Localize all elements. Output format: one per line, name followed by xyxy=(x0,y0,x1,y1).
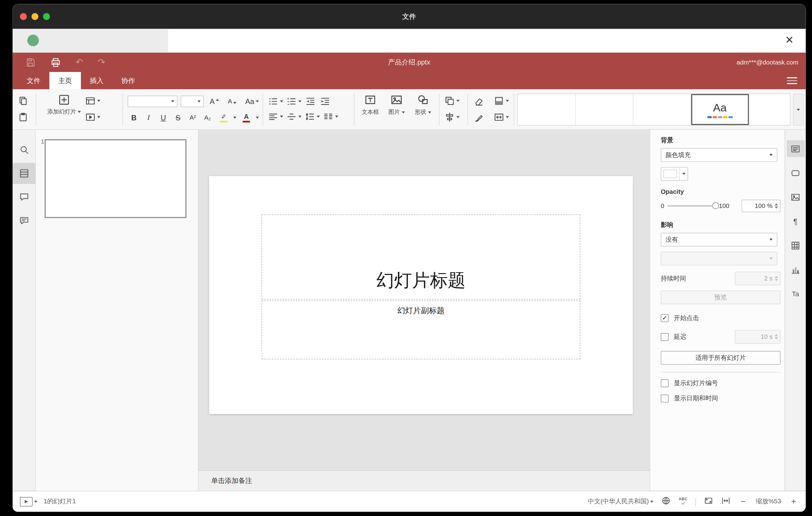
theme-gallery-more-button[interactable] xyxy=(793,93,804,125)
language-selector[interactable]: 中文(中华人民共和国) xyxy=(588,497,654,506)
numbered-list-button[interactable] xyxy=(286,96,301,107)
tab-insert[interactable]: 插入 xyxy=(81,72,112,89)
align-shapes-button[interactable] xyxy=(444,112,459,122)
slide-counter: 1的幻灯片1 xyxy=(44,497,76,506)
slide-settings-button[interactable] xyxy=(786,140,804,157)
apply-to-all-slides-button[interactable]: 适用于所有幻灯片 xyxy=(661,351,781,365)
chat-panel-button[interactable] xyxy=(13,210,36,231)
opacity-slider-knob[interactable] xyxy=(712,202,719,209)
preview-button[interactable]: 预览 xyxy=(661,290,781,304)
delay-input[interactable]: 10 s xyxy=(735,330,781,343)
search-panel-button[interactable] xyxy=(13,139,36,160)
save-icon[interactable] xyxy=(25,57,36,67)
chevron-down-icon xyxy=(650,500,654,503)
zoom-in-button[interactable]: + xyxy=(789,497,799,507)
start-slideshow-button[interactable]: ▶ xyxy=(20,497,37,507)
image-settings-button[interactable] xyxy=(786,189,804,205)
background-fill-select[interactable]: 颜色填充 xyxy=(661,148,778,162)
change-case-button[interactable]: Aa xyxy=(243,95,262,108)
show-date-time-checkbox[interactable] xyxy=(661,395,669,403)
subscript-button[interactable]: A₂ xyxy=(201,111,214,124)
italic-button[interactable]: I xyxy=(142,111,155,124)
start-slideshow-toolbar-button[interactable] xyxy=(85,112,100,122)
paragraph-settings-button[interactable]: ¶ xyxy=(786,212,804,229)
theme-item-selected[interactable]: Aa xyxy=(691,94,749,125)
line-spacing-button[interactable] xyxy=(304,111,320,122)
copy-style-button[interactable] xyxy=(474,112,484,124)
slide-fill-color-button[interactable] xyxy=(494,96,509,106)
font-name-combo[interactable] xyxy=(128,96,178,107)
subtitle-placeholder[interactable]: 幻灯片副标题 xyxy=(262,300,580,360)
decrease-indent-button[interactable] xyxy=(304,95,316,108)
tab-collaboration[interactable]: 协作 xyxy=(112,72,144,89)
slide-layout-button[interactable] xyxy=(85,96,100,106)
chart-settings-button[interactable] xyxy=(786,261,804,278)
comments-panel-button[interactable] xyxy=(13,187,36,207)
shape-settings-button[interactable] xyxy=(786,165,804,181)
decrease-font-button[interactable]: A xyxy=(225,95,240,108)
strikeout-button[interactable]: S xyxy=(172,111,184,124)
slide[interactable]: 幻灯片标题 幻灯片副标题 xyxy=(209,176,633,414)
effect-select[interactable]: 没有 xyxy=(661,233,778,246)
numbered-list-icon xyxy=(286,96,297,107)
duration-input[interactable]: 2 s xyxy=(735,271,781,285)
theme-item[interactable] xyxy=(518,94,576,125)
paste-button[interactable] xyxy=(18,112,28,124)
opacity-input[interactable]: 100 % xyxy=(742,200,781,212)
increase-indent-button[interactable] xyxy=(319,95,331,108)
eraser-icon xyxy=(474,96,484,107)
slides-panel-button[interactable] xyxy=(13,163,36,184)
hamburger-menu-icon[interactable] xyxy=(787,72,797,89)
notes-area[interactable]: 单击添加备注 xyxy=(199,470,650,491)
table-settings-button[interactable] xyxy=(786,237,804,254)
document-language-button[interactable] xyxy=(662,496,671,507)
fit-to-slide-button[interactable] xyxy=(704,496,713,507)
bold-button[interactable]: B xyxy=(128,111,140,124)
start-on-click-checkbox[interactable]: ✓ xyxy=(661,314,669,322)
slide-canvas[interactable]: 幻灯片标题 幻灯片副标题 单击添加备注 xyxy=(199,130,650,491)
fit-to-width-button[interactable] xyxy=(721,496,730,507)
insert-shape-button[interactable]: 形状 xyxy=(411,93,435,116)
arrange-shapes-button[interactable] xyxy=(444,96,459,106)
redo-icon[interactable]: ↷ xyxy=(98,57,105,67)
show-slide-number-checkbox[interactable] xyxy=(661,379,669,387)
font-color-button[interactable]: A xyxy=(238,111,259,124)
decrease-indent-icon xyxy=(305,96,316,107)
slide-size-button[interactable] xyxy=(494,112,509,122)
chevron-down-icon xyxy=(428,111,431,113)
vertical-align-button[interactable] xyxy=(286,111,301,122)
slides-panel-icon xyxy=(19,168,29,179)
font-size-combo[interactable] xyxy=(181,96,204,107)
clear-style-button[interactable] xyxy=(474,96,484,108)
delay-checkbox[interactable] xyxy=(661,333,669,341)
opacity-slider[interactable] xyxy=(667,205,716,206)
title-placeholder[interactable]: 幻灯片标题 xyxy=(262,214,580,300)
print-icon[interactable] xyxy=(50,57,61,67)
theme-item[interactable] xyxy=(633,94,691,125)
insert-text-box-button[interactable]: 文本框 xyxy=(358,93,382,116)
horizontal-align-button[interactable] xyxy=(268,111,283,122)
slide-thumbnail[interactable] xyxy=(45,139,187,218)
check-icon xyxy=(680,500,686,506)
underline-button[interactable]: U xyxy=(157,111,170,124)
spell-check-button[interactable]: ABC xyxy=(679,497,687,506)
tab-home[interactable]: 主页 xyxy=(49,72,81,89)
increase-font-button[interactable]: A xyxy=(207,95,222,108)
bullet-list-button[interactable] xyxy=(268,96,283,107)
theme-item[interactable] xyxy=(576,94,633,125)
superscript-button[interactable]: A² xyxy=(186,111,199,124)
add-slide-button[interactable]: 添加幻灯片 xyxy=(41,93,87,116)
insert-image-button[interactable]: 图片 xyxy=(384,93,408,116)
text-art-settings-button[interactable]: Ta xyxy=(786,285,804,302)
effect-type-select[interactable] xyxy=(661,252,778,265)
theme-item[interactable] xyxy=(749,94,790,125)
background-color-picker[interactable] xyxy=(661,167,688,180)
copy-button[interactable] xyxy=(18,96,28,108)
spinner-arrows-icon[interactable] xyxy=(775,203,778,209)
close-icon[interactable]: ✕ xyxy=(781,32,797,48)
zoom-out-button[interactable]: − xyxy=(738,497,748,507)
tab-file[interactable]: 文件 xyxy=(18,72,49,89)
highlight-color-button[interactable] xyxy=(216,111,236,124)
columns-button[interactable] xyxy=(323,111,338,122)
undo-icon[interactable]: ↶ xyxy=(76,57,83,67)
